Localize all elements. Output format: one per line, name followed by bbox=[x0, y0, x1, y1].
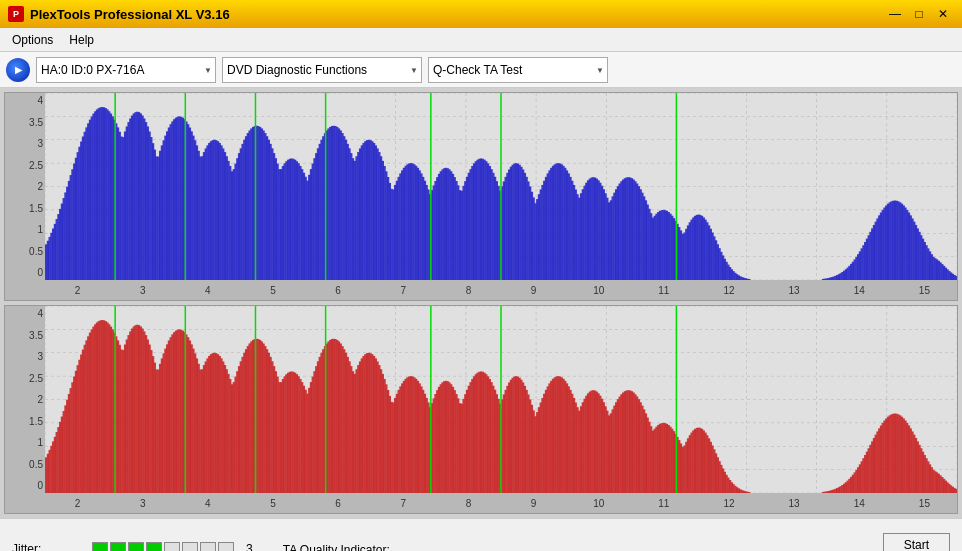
jitter-block-8 bbox=[218, 542, 234, 552]
jitter-block-5 bbox=[164, 542, 180, 552]
bottom-chart-x-axis: 2 3 4 5 6 7 8 9 10 11 12 13 14 15 bbox=[45, 493, 957, 513]
bottom-chart-canvas bbox=[45, 306, 957, 493]
menu-bar: Options Help bbox=[0, 28, 962, 52]
bottom-panel: Jitter: 3 Peak Shift: bbox=[0, 518, 962, 551]
app-icon: P bbox=[8, 6, 24, 22]
metrics-left: Jitter: 3 Peak Shift: bbox=[12, 542, 253, 552]
start-button[interactable]: Start bbox=[883, 533, 950, 551]
jitter-label: Jitter: bbox=[12, 542, 84, 552]
plextools-icon: ▶ bbox=[6, 58, 30, 82]
jitter-block-6 bbox=[182, 542, 198, 552]
jitter-value: 3 bbox=[246, 542, 253, 552]
bottom-chart-inner bbox=[45, 306, 957, 493]
title-bar: P PlexTools Professional XL V3.16 — □ ✕ bbox=[0, 0, 962, 28]
ta-quality: TA Quality Indicator: Not Good bbox=[283, 543, 390, 552]
maximize-button[interactable]: □ bbox=[908, 5, 930, 23]
device-select[interactable]: HA:0 ID:0 PX-716A bbox=[36, 57, 216, 83]
bottom-chart-panel: 4 3.5 3 2.5 2 1.5 1 0.5 0 2 3 4 5 6 7 8 … bbox=[4, 305, 958, 514]
jitter-block-1 bbox=[92, 542, 108, 552]
top-chart-canvas bbox=[45, 93, 957, 280]
top-chart-inner bbox=[45, 93, 957, 280]
device-select-wrapper: HA:0 ID:0 PX-716A bbox=[36, 57, 216, 83]
function-select-wrapper: DVD Diagnostic Functions bbox=[222, 57, 422, 83]
top-chart-x-axis: 2 3 4 5 6 7 8 9 10 11 12 13 14 15 bbox=[45, 280, 957, 300]
jitter-block-2 bbox=[110, 542, 126, 552]
jitter-row: Jitter: 3 bbox=[12, 542, 253, 552]
jitter-block-7 bbox=[200, 542, 216, 552]
title-bar-controls: — □ ✕ bbox=[884, 5, 954, 23]
jitter-block-3 bbox=[128, 542, 144, 552]
top-chart-panel: 4 3.5 3 2.5 2 1.5 1 0.5 0 2 3 4 5 6 7 8 … bbox=[4, 92, 958, 301]
menu-help[interactable]: Help bbox=[61, 31, 102, 49]
ta-quality-label: TA Quality Indicator: bbox=[283, 543, 390, 552]
toolbar: ▶ HA:0 ID:0 PX-716A DVD Diagnostic Funct… bbox=[0, 52, 962, 88]
jitter-block-4 bbox=[146, 542, 162, 552]
minimize-button[interactable]: — bbox=[884, 5, 906, 23]
function-select[interactable]: DVD Diagnostic Functions bbox=[222, 57, 422, 83]
test-select-wrapper: Q-Check TA Test bbox=[428, 57, 608, 83]
bottom-chart-y-axis: 4 3.5 3 2.5 2 1.5 1 0.5 0 bbox=[5, 306, 45, 493]
close-button[interactable]: ✕ bbox=[932, 5, 954, 23]
window-title: PlexTools Professional XL V3.16 bbox=[30, 7, 230, 22]
test-select[interactable]: Q-Check TA Test bbox=[428, 57, 608, 83]
top-chart-y-axis: 4 3.5 3 2.5 2 1.5 1 0.5 0 bbox=[5, 93, 45, 280]
bottom-right: Start i bbox=[883, 527, 950, 551]
menu-options[interactable]: Options bbox=[4, 31, 61, 49]
charts-container: 4 3.5 3 2.5 2 1.5 1 0.5 0 2 3 4 5 6 7 8 … bbox=[0, 88, 962, 518]
title-bar-left: P PlexTools Professional XL V3.16 bbox=[8, 6, 230, 22]
jitter-blocks bbox=[92, 542, 234, 552]
